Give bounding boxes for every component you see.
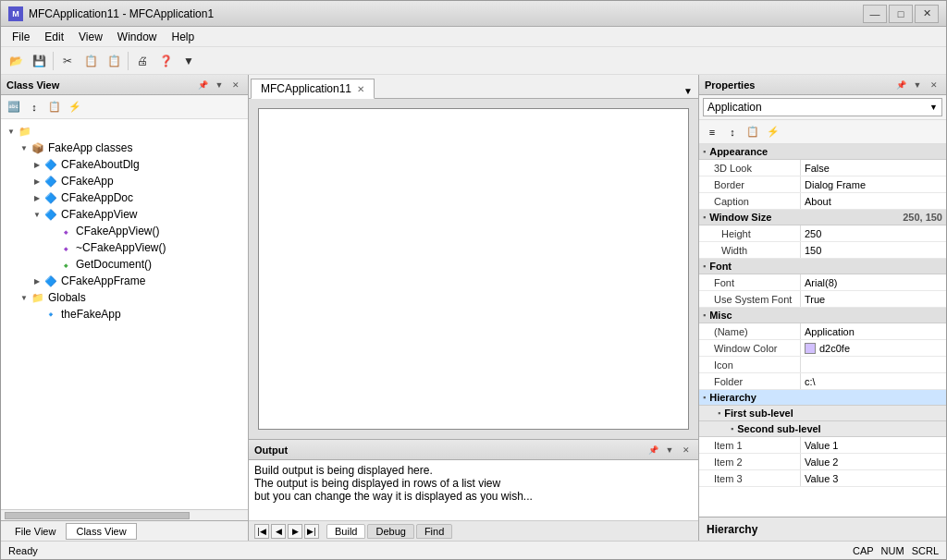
output-pin[interactable]: 📌 (646, 444, 659, 457)
expander-fakeapp[interactable]: ▼ (18, 141, 31, 154)
toolbar-save[interactable]: 💾 (28, 50, 50, 72)
output-nav-prev[interactable]: ◀ (271, 524, 286, 539)
class-view-dropdown[interactable]: ▼ (213, 79, 226, 91)
status-bar: Ready CAP NUM SCRL (1, 541, 946, 559)
main-window: M MFCApplication11 - MFCApplication1 — □… (0, 0, 947, 560)
maximize-button[interactable]: □ (889, 5, 913, 23)
toolbar-copy[interactable]: 📋 (80, 50, 102, 72)
tree-item-getdocument[interactable]: ⬥ GetDocument() (1, 256, 248, 273)
section-firstsub[interactable]: ▪ First sub-level (699, 406, 946, 421)
prop-row-3dlook[interactable]: 3D Look False (699, 160, 946, 177)
section-appearance[interactable]: ▪ Appearance (699, 144, 946, 160)
toolbar-open[interactable]: 📂 (5, 50, 27, 72)
expander-globals[interactable]: ▼ (18, 291, 31, 304)
editor-tab-dropdown[interactable]: ▼ (680, 84, 696, 98)
properties-dropdown[interactable]: ▼ (911, 79, 924, 91)
prop-row-item1[interactable]: Item 1 Value 1 (699, 437, 946, 454)
close-button[interactable]: ✕ (915, 5, 939, 23)
prop-row-usesystemfont[interactable]: Use System Font True (699, 291, 946, 308)
prop-row-item2[interactable]: Item 2 Value 2 (699, 454, 946, 470)
tab-class-view[interactable]: Class View (66, 523, 136, 540)
prop-row-width[interactable]: Width 150 (699, 242, 946, 259)
tree-item-root[interactable]: ▼ 📁 (1, 123, 248, 140)
properties-close[interactable]: ✕ (928, 79, 941, 91)
tree-item-globals[interactable]: ▼ 📁 Globals (1, 289, 248, 306)
class-tree[interactable]: ▼ 📁 ▼ 📦 FakeApp classes ▶ 🔷 CFakeAboutDl (1, 119, 248, 509)
props-btn-alphabetical[interactable]: ↕ (723, 123, 742, 141)
section-secondsub[interactable]: ▪ Second sub-level (699, 421, 946, 437)
prop-row-icon[interactable]: Icon (699, 357, 946, 373)
props-btn-categorized[interactable]: ≡ (703, 123, 721, 141)
expander-cfakeappdoc[interactable]: ▶ (31, 191, 43, 204)
minimize-button[interactable]: — (863, 5, 887, 23)
tab-file-view[interactable]: File View (5, 523, 66, 540)
class-icon-cfakeappview: 🔷 (43, 207, 58, 222)
design-canvas[interactable] (258, 108, 689, 430)
tree-item-cfakeappview-dtor[interactable]: ⬥ ~CFakeAppView() (1, 239, 248, 256)
properties-object-dropdown[interactable]: Application ▼ (703, 98, 942, 116)
props-btn-events[interactable]: ⚡ (764, 123, 782, 141)
class-icon-cfakeapp: 🔷 (43, 174, 58, 189)
output-tab-find[interactable]: Find (416, 524, 452, 539)
tree-item-cfakeapp[interactable]: ▶ 🔷 CFakeApp (1, 173, 248, 189)
class-view-close[interactable]: ✕ (229, 79, 242, 91)
section-font[interactable]: ▪ Font (699, 259, 946, 274)
section-hierarchy[interactable]: ▪ Hierarchy (699, 390, 946, 406)
cv-btn-filter[interactable]: ↕ (25, 98, 43, 116)
prop-row-font[interactable]: Font Arial(8) (699, 274, 946, 291)
prop-row-item3[interactable]: Item 3 Value 3 (699, 470, 946, 487)
toolbar-paste[interactable]: 📋 (103, 50, 125, 72)
output-nav-start[interactable]: |◀ (254, 524, 269, 539)
toolbar-print[interactable]: 🖨 (131, 50, 154, 72)
menu-help[interactable]: Help (165, 29, 203, 45)
tree-item-cfakeappdoc[interactable]: ▶ 🔷 CFakeAppDoc (1, 189, 248, 206)
tree-item-cfakeaboutdlg[interactable]: ▶ 🔷 CFakeAboutDlg (1, 156, 248, 173)
hierarchy-bottom-panel: Hierarchy (699, 517, 946, 541)
prop-row-folder[interactable]: Folder c:\ (699, 373, 946, 390)
prop-row-caption[interactable]: Caption About (699, 193, 946, 210)
section-collapse-icon-ws: ▪ (703, 213, 706, 222)
prop-row-name[interactable]: (Name) Application (699, 323, 946, 340)
class-icon-cfakeaboutdlg: 🔷 (43, 157, 58, 172)
output-dropdown[interactable]: ▼ (663, 444, 676, 457)
expander-cfakeappframe[interactable]: ▶ (31, 274, 43, 287)
expander-cfakeaboutdlg[interactable]: ▶ (31, 158, 43, 171)
class-view-header: Class View 📌 ▼ ✕ (1, 75, 248, 95)
prop-row-height[interactable]: Height 250 (699, 225, 946, 242)
section-windowsize[interactable]: ▪ Window Size 250, 150 (699, 210, 946, 225)
tree-item-cfakeappview-ctor[interactable]: ⬥ CFakeAppView() (1, 223, 248, 239)
tree-item-thefakeapp[interactable]: 🔹 theFakeApp (1, 306, 248, 323)
cv-btn-copy[interactable]: 📋 (45, 98, 64, 116)
window-title: MFCApplication11 - MFCApplication1 (29, 7, 863, 20)
properties-pin[interactable]: 📌 (894, 79, 907, 91)
cv-btn-new[interactable]: ⚡ (66, 98, 84, 116)
props-btn-properties[interactable]: 📋 (744, 123, 762, 141)
menu-window[interactable]: Window (110, 29, 165, 45)
prop-row-windowcolor[interactable]: Window Color d2c0fe (699, 340, 946, 357)
output-nav-next[interactable]: ▶ (288, 524, 302, 539)
tree-hscroll[interactable] (1, 509, 248, 520)
menu-view[interactable]: View (71, 29, 110, 45)
tree-item-cfakeappview[interactable]: ▼ 🔷 CFakeAppView (1, 206, 248, 223)
toolbar-help[interactable]: ❓ (154, 50, 177, 72)
prop-row-border[interactable]: Border Dialog Frame (699, 177, 946, 193)
editor-tab-main[interactable]: MFCApplication11 ✕ (251, 79, 375, 99)
expander-cfakeapp[interactable]: ▶ (31, 175, 43, 188)
expander-cfakeappview[interactable]: ▼ (31, 208, 43, 221)
design-area[interactable] (249, 99, 698, 439)
section-misc[interactable]: ▪ Misc (699, 308, 946, 323)
expander-root[interactable]: ▼ (5, 125, 18, 138)
cv-btn-sort[interactable]: 🔤 (5, 98, 23, 116)
output-close[interactable]: ✕ (680, 444, 693, 457)
tree-item-fakeapp[interactable]: ▼ 📦 FakeApp classes (1, 140, 248, 156)
output-nav-end[interactable]: ▶| (304, 524, 319, 539)
output-tab-debug[interactable]: Debug (367, 524, 413, 539)
output-tab-build[interactable]: Build (326, 524, 365, 539)
editor-tab-close[interactable]: ✕ (357, 84, 364, 94)
menu-file[interactable]: File (5, 29, 37, 45)
tree-item-cfakeappframe[interactable]: ▶ 🔷 CFakeAppFrame (1, 273, 248, 289)
menu-edit[interactable]: Edit (37, 29, 71, 45)
class-view-pin[interactable]: 📌 (196, 79, 209, 91)
toolbar-dropdown[interactable]: ▼ (178, 50, 200, 72)
toolbar-cut[interactable]: ✂ (56, 50, 79, 72)
